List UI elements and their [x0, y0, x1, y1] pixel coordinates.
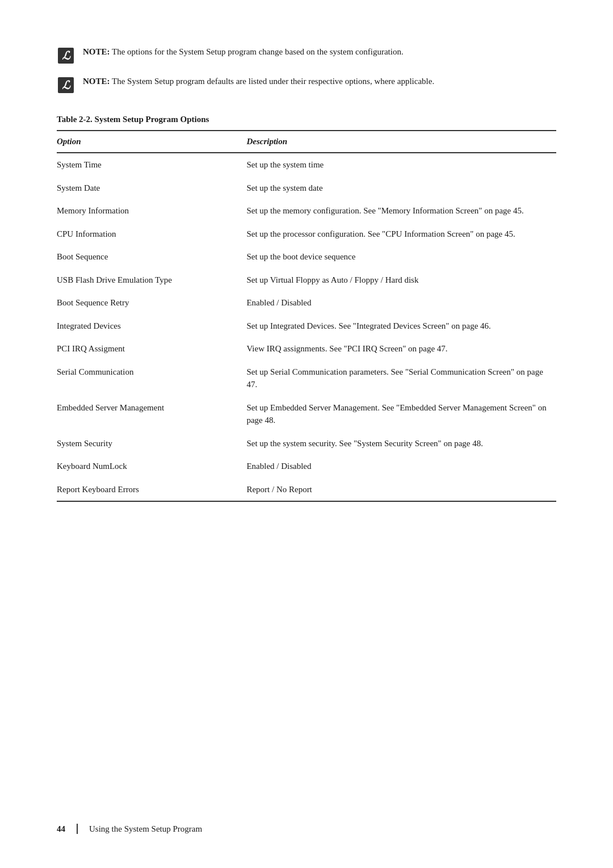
table-row: PCI IRQ AssigmentView IRQ assignments. S…	[57, 337, 556, 360]
page-footer: 44 Using the System Setup Program	[0, 824, 613, 834]
table-cell-description: Set up Virtual Floppy as Auto / Floppy /…	[246, 269, 556, 292]
note-icon-1: ℒ	[57, 47, 75, 65]
table-cell-option: Report Keyboard Errors	[57, 478, 246, 502]
col-header-description: Description	[246, 131, 556, 153]
note-body-2: The System Setup program defaults are li…	[112, 77, 434, 86]
table-cell-description: Set up the memory configuration. See "Me…	[246, 199, 556, 223]
table-cell-option: Boot Sequence	[57, 245, 246, 269]
table-row: Memory InformationSet up the memory conf…	[57, 199, 556, 223]
col-header-option: Option	[57, 131, 246, 153]
table-cell-option: System Date	[57, 177, 246, 200]
table-row: Keyboard NumLockEnabled / Disabled	[57, 455, 556, 478]
table-row: Report Keyboard ErrorsReport / No Report	[57, 478, 556, 502]
table-cell-description: Set up the processor configuration. See …	[246, 223, 556, 246]
table-row: CPU InformationSet up the processor conf…	[57, 223, 556, 246]
table-row: Embedded Server ManagementSet up Embedde…	[57, 396, 556, 432]
table-row: System DateSet up the system date	[57, 177, 556, 200]
note-block-1: ℒ NOTE: The options for the System Setup…	[57, 45, 556, 65]
note-text-2: NOTE: The System Setup program defaults …	[83, 75, 434, 88]
table-row: Boot SequenceSet up the boot device sequ…	[57, 245, 556, 269]
table-row: System TimeSet up the system time	[57, 153, 556, 177]
table-cell-option: CPU Information	[57, 223, 246, 246]
note-block-2: ℒ NOTE: The System Setup program default…	[57, 75, 556, 94]
table-cell-option: Embedded Server Management	[57, 396, 246, 432]
table-row: Serial CommunicationSet up Serial Commun…	[57, 360, 556, 396]
table-cell-description: Set up the system date	[246, 177, 556, 200]
table-section: Table 2-2. System Setup Program Options …	[57, 115, 556, 502]
note-body-1: The options for the System Setup program…	[112, 47, 404, 56]
table-cell-option: Serial Communication	[57, 360, 246, 396]
table-cell-description: Enabled / Disabled	[246, 291, 556, 315]
table-cell-option: Keyboard NumLock	[57, 455, 246, 478]
table-cell-description: Set up the system security. See "System …	[246, 432, 556, 455]
table-cell-option: System Security	[57, 432, 246, 455]
table-cell-description: Set up the boot device sequence	[246, 245, 556, 269]
table-cell-option: PCI IRQ Assigment	[57, 337, 246, 360]
table-cell-option: Boot Sequence Retry	[57, 291, 246, 315]
note-label-1: NOTE:	[83, 47, 110, 56]
note-label-2: NOTE:	[83, 77, 110, 86]
note-text-1: NOTE: The options for the System Setup p…	[83, 45, 404, 58]
table-cell-description: Set up Integrated Devices. See "Integrat…	[246, 315, 556, 338]
svg-text:ℒ: ℒ	[62, 79, 71, 91]
table-cell-option: Integrated Devices	[57, 315, 246, 338]
footer-text: Using the System Setup Program	[89, 824, 202, 834]
svg-text:ℒ: ℒ	[62, 49, 71, 62]
table-cell-option: Memory Information	[57, 199, 246, 223]
table-cell-description: View IRQ assignments. See "PCI IRQ Scree…	[246, 337, 556, 360]
table-row: USB Flash Drive Emulation TypeSet up Vir…	[57, 269, 556, 292]
table-cell-description: Set up Embedded Server Management. See "…	[246, 396, 556, 432]
note-icon-2: ℒ	[57, 76, 75, 94]
table-row: Integrated DevicesSet up Integrated Devi…	[57, 315, 556, 338]
table-cell-description: Report / No Report	[246, 478, 556, 502]
page-number: 44	[57, 824, 65, 834]
options-table: Option Description System TimeSet up the…	[57, 130, 556, 502]
footer-divider	[77, 824, 78, 834]
table-header-row: Option Description	[57, 131, 556, 153]
table-row: System SecuritySet up the system securit…	[57, 432, 556, 455]
table-cell-option: System Time	[57, 153, 246, 177]
table-cell-description: Enabled / Disabled	[246, 455, 556, 478]
table-row: Boot Sequence RetryEnabled / Disabled	[57, 291, 556, 315]
table-cell-option: USB Flash Drive Emulation Type	[57, 269, 246, 292]
table-cell-description: Set up Serial Communication parameters. …	[246, 360, 556, 396]
table-cell-description: Set up the system time	[246, 153, 556, 177]
table-title: Table 2-2. System Setup Program Options	[57, 115, 556, 124]
